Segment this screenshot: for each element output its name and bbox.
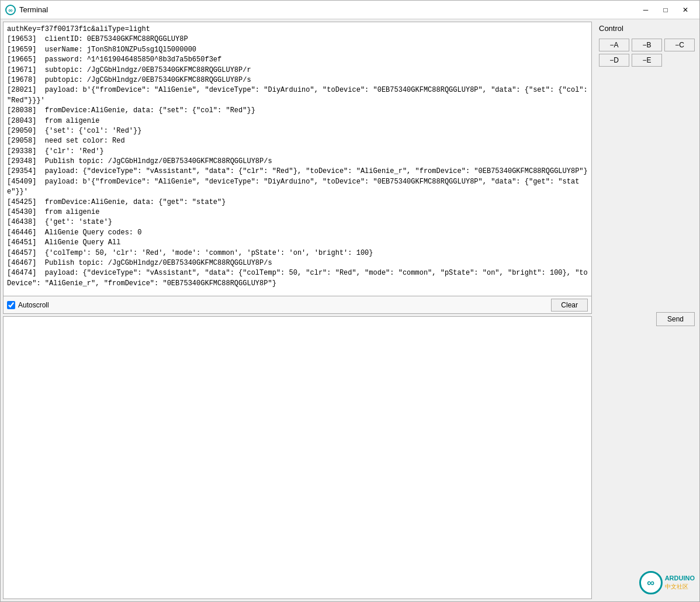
window: ∞ Terminal ─ □ ✕ authKey=f37f00173f1c&al…	[0, 0, 700, 602]
app-icon: ∞	[5, 5, 16, 15]
arduino-brand-text: ARDUINO 中文社区	[665, 575, 695, 590]
titlebar: ∞ Terminal ─ □ ✕	[1, 1, 699, 19]
serial-input-area[interactable]	[3, 316, 592, 599]
main-content: authKey=f37f00173f1c&aliType=light [1965…	[1, 19, 699, 601]
autoscroll-text: Autoscroll	[18, 301, 49, 309]
window-title: Terminal	[19, 5, 636, 14]
close-button[interactable]: ✕	[676, 2, 695, 18]
ctrl-btn-a[interactable]: −A	[599, 39, 629, 51]
arduino-symbol: ∞	[647, 577, 654, 589]
clear-button[interactable]: Clear	[551, 299, 588, 312]
arduino-brand-line2: 中文社区	[665, 583, 695, 591]
autoscroll-label[interactable]: Autoscroll	[7, 301, 49, 309]
control-buttons: −A −B −C −D −E	[599, 39, 695, 67]
autoscroll-checkbox[interactable]	[7, 301, 15, 309]
ctrl-btn-c[interactable]: −C	[664, 39, 695, 51]
send-area: Send	[599, 312, 695, 326]
minimize-button[interactable]: ─	[636, 2, 655, 18]
arduino-brand-line1: ARDUINO	[665, 575, 695, 582]
terminal-area: authKey=f37f00173f1c&aliType=light [1965…	[1, 19, 594, 601]
arduino-logo-icon: ∞	[639, 571, 663, 594]
send-button[interactable]: Send	[656, 312, 695, 326]
ctrl-btn-e[interactable]: −E	[632, 54, 662, 67]
control-panel: Control −A −B −C −D −E Send ∞ ARDUINO 中文…	[594, 19, 699, 601]
arduino-logo: ∞ ARDUINO 中文社区	[599, 571, 695, 597]
control-title: Control	[599, 24, 695, 33]
ctrl-btn-d[interactable]: −D	[599, 54, 629, 67]
window-controls: ─ □ ✕	[636, 2, 695, 18]
terminal-output[interactable]: authKey=f37f00173f1c&aliType=light [1965…	[3, 22, 592, 296]
ctrl-btn-b[interactable]: −B	[632, 39, 662, 51]
autoscroll-bar: Autoscroll Clear	[3, 296, 592, 314]
maximize-button[interactable]: □	[656, 2, 675, 18]
svg-text:∞: ∞	[8, 7, 12, 13]
